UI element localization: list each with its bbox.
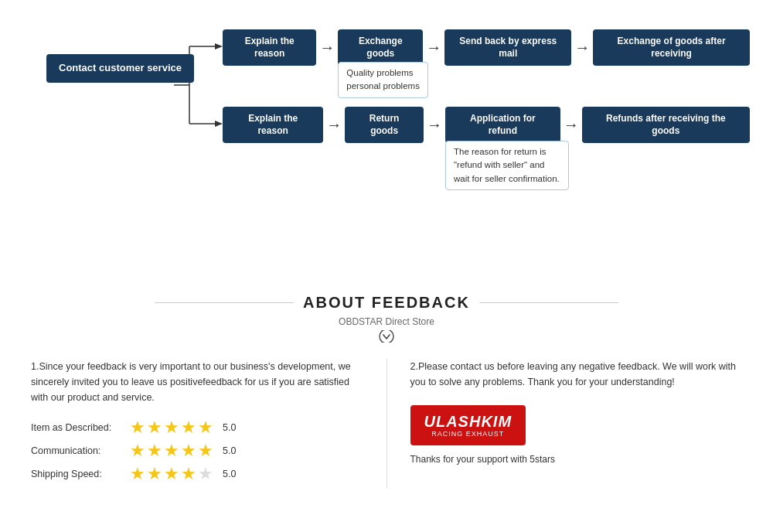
rating-row-2: Shipping Speed: ★ ★ ★ ★ ★ 5.0 xyxy=(31,466,363,483)
star-1-5: ★ xyxy=(198,442,213,459)
arrow4 xyxy=(326,116,342,134)
svg-point-6 xyxy=(380,330,393,343)
top-step2-note: Quality problems personal problems xyxy=(338,62,428,98)
ratings-container: Item as Described: ★ ★ ★ ★ ★ 5.0 Communi… xyxy=(31,419,363,483)
top-step1: Explain the reason xyxy=(223,29,316,66)
rating-label-0: Item as Described: xyxy=(31,422,124,433)
flowchart-section: Contact customer service Explain the rea… xyxy=(0,0,773,286)
star-2-5: ★ xyxy=(198,466,213,483)
svg-marker-3 xyxy=(215,43,223,49)
feedback-right-text: 2.Please contact us before leaving any n… xyxy=(410,359,743,390)
star-1-3: ★ xyxy=(164,442,179,459)
header-line-right xyxy=(479,302,618,303)
feedback-left-text: 1.Since your feedback is very important … xyxy=(31,359,363,405)
stars-1: ★ ★ ★ ★ ★ xyxy=(130,442,213,459)
feedback-subtitle: OBDSTAR Direct Store xyxy=(31,316,742,327)
rating-score-1: 5.0 xyxy=(223,445,236,456)
arrow5 xyxy=(427,116,442,134)
rating-label-2: Shipping Speed: xyxy=(31,469,124,479)
rating-row-0: Item as Described: ★ ★ ★ ★ ★ 5.0 xyxy=(31,419,363,436)
feedback-left: 1.Since your feedback is very important … xyxy=(31,359,387,489)
feedback-body: 1.Since your feedback is very important … xyxy=(31,359,742,489)
feedback-title: ABOUT FEEDBACK xyxy=(303,294,470,312)
bottom-step4: Refunds after receiving the goods xyxy=(582,107,750,143)
arrow1 xyxy=(319,39,335,56)
star-2-4: ★ xyxy=(181,466,196,483)
star-0-5: ★ xyxy=(198,419,213,436)
rating-score-2: 5.0 xyxy=(223,469,236,479)
star-0-1: ★ xyxy=(130,419,145,436)
arrow3 xyxy=(574,39,590,56)
rating-label-1: Communication: xyxy=(31,445,124,456)
feedback-chevron xyxy=(31,330,742,346)
brand-logo: ULASHKIM RACING EXHAUST xyxy=(410,405,526,445)
bottom-step3-note: The reason for return is "refund with se… xyxy=(445,141,569,190)
arrow2 xyxy=(426,39,441,56)
flow-diagram: Contact customer service Explain the rea… xyxy=(23,15,750,278)
arrow6 xyxy=(564,116,579,134)
start-label: Contact customer service xyxy=(59,62,182,73)
star-1-2: ★ xyxy=(147,442,162,459)
brand-thanks: Thanks for your support with 5stars xyxy=(410,454,555,465)
star-2-1: ★ xyxy=(130,466,145,483)
chevron-down-icon xyxy=(378,330,395,343)
feedback-right: 2.Please contact us before leaving any n… xyxy=(387,359,743,489)
star-0-2: ★ xyxy=(147,419,162,436)
top-step2-container: Exchange goods Quality problems personal… xyxy=(338,29,423,66)
stars-2: ★ ★ ★ ★ ★ xyxy=(130,466,213,483)
rating-score-0: 5.0 xyxy=(223,422,236,433)
star-1-4: ★ xyxy=(181,442,196,459)
bottom-step1: Explain the reason xyxy=(223,107,323,143)
feedback-section: ABOUT FEEDBACK OBDSTAR Direct Store 1.Si… xyxy=(0,286,773,504)
bottom-step3: Application for refund xyxy=(445,107,560,143)
top-step3: Send back by express mail xyxy=(444,29,571,66)
brand-sub: RACING EXHAUST xyxy=(424,430,512,438)
star-2-3: ★ xyxy=(164,466,179,483)
star-0-3: ★ xyxy=(164,419,179,436)
top-step4: Exchange of goods after receiving xyxy=(593,29,750,66)
brand-name: ULASHKIM xyxy=(424,413,512,430)
bottom-step2: Return goods xyxy=(345,107,424,143)
star-0-4: ★ xyxy=(181,419,196,436)
header-line-left xyxy=(155,302,294,303)
star-2-2: ★ xyxy=(147,466,162,483)
stars-0: ★ ★ ★ ★ ★ xyxy=(130,419,213,436)
svg-marker-5 xyxy=(215,121,223,127)
feedback-header: ABOUT FEEDBACK xyxy=(31,294,742,312)
start-box: Contact customer service xyxy=(46,54,194,83)
bottom-step3-container: Application for refund The reason for re… xyxy=(445,107,560,143)
rating-row-1: Communication: ★ ★ ★ ★ ★ 5.0 xyxy=(31,442,363,459)
top-step2: Exchange goods xyxy=(338,29,423,66)
star-1-1: ★ xyxy=(130,442,145,459)
